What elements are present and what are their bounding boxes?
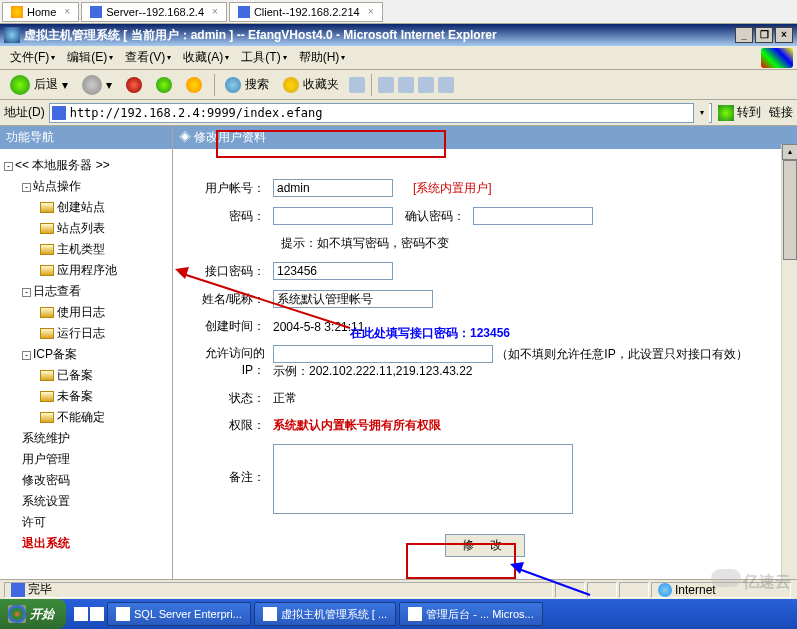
dropdown-icon[interactable]: ▾: [693, 103, 709, 123]
tree-item[interactable]: 系统维护: [22, 428, 168, 449]
tree-item[interactable]: 不能确定: [40, 407, 168, 428]
perm-label: 权限：: [183, 417, 273, 434]
page-icon: [11, 583, 25, 597]
links-button[interactable]: 链接: [769, 104, 793, 121]
discuss-icon[interactable]: [438, 77, 454, 93]
mail-icon[interactable]: [378, 77, 394, 93]
url-input[interactable]: [70, 106, 693, 120]
close-icon[interactable]: ×: [368, 6, 374, 17]
tree-item[interactable]: 主机类型: [40, 239, 168, 260]
tree-item[interactable]: 修改密码: [22, 470, 168, 491]
username-input[interactable]: [273, 179, 393, 197]
folder-icon: [40, 391, 54, 402]
favorites-button[interactable]: 收藏夹: [277, 74, 345, 95]
menu-file[interactable]: 文件(F)▾: [4, 47, 61, 68]
tab-label: Server--192.168.2.4: [106, 6, 204, 18]
back-button[interactable]: 后退 ▾: [4, 73, 74, 97]
folder-icon: [40, 244, 54, 255]
close-icon[interactable]: ×: [212, 6, 218, 17]
folder-icon: [40, 202, 54, 213]
tree-icp[interactable]: -ICP备案: [22, 344, 168, 365]
nav-tree: -<< 本地服务器 >> -站点操作 创建站点 站点列表 主机类型 应用程序池 …: [0, 149, 172, 560]
menu-fav[interactable]: 收藏(A)▾: [177, 47, 235, 68]
tree-item[interactable]: 系统设置: [22, 491, 168, 512]
taskbar-item[interactable]: SQL Server Enterpri...: [107, 602, 251, 626]
collapse-icon[interactable]: -: [4, 162, 13, 171]
tree-root[interactable]: -<< 本地服务器 >>: [4, 155, 168, 176]
menu-view[interactable]: 查看(V)▾: [119, 47, 177, 68]
api-pwd-input[interactable]: [273, 262, 393, 280]
start-button[interactable]: 开始: [0, 599, 66, 629]
app-icon: [116, 607, 130, 621]
allow-ip-label: 允许访问的IP：: [183, 345, 273, 379]
history-icon[interactable]: [349, 77, 365, 93]
confirm-pwd-label: 确认密码：: [393, 208, 473, 225]
remark-textarea[interactable]: [273, 444, 573, 514]
menu-tools[interactable]: 工具(T)▾: [235, 47, 292, 68]
menu-edit[interactable]: 编辑(E)▾: [61, 47, 119, 68]
tab-client[interactable]: Client--192.168.2.214 ×: [229, 2, 383, 22]
status-seg: [555, 582, 585, 598]
sidebar: 功能导航 -<< 本地服务器 >> -站点操作 创建站点 站点列表 主机类型 应…: [0, 126, 173, 604]
nickname-input[interactable]: [273, 290, 433, 308]
address-field[interactable]: ▾: [49, 103, 712, 123]
restore-button[interactable]: ❐: [755, 27, 773, 43]
allow-ip-input[interactable]: [273, 345, 493, 363]
username-label: 用户帐号：: [183, 180, 273, 197]
menu-bar: 文件(F)▾ 编辑(E)▾ 查看(V)▾ 收藏(A)▾ 工具(T)▾ 帮助(H)…: [0, 46, 797, 70]
taskbar-item[interactable]: 管理后台 - ... Micros...: [399, 602, 543, 626]
folder-icon: [40, 265, 54, 276]
password-input[interactable]: [273, 207, 393, 225]
go-button[interactable]: 转到: [718, 104, 761, 121]
stop-button[interactable]: [120, 75, 148, 95]
tree-item[interactable]: 未备案: [40, 386, 168, 407]
star-icon: [283, 77, 299, 93]
menu-help[interactable]: 帮助(H)▾: [293, 47, 352, 68]
scroll-thumb[interactable]: [783, 160, 797, 260]
quick-launch-icon[interactable]: [74, 607, 88, 621]
folder-icon: [40, 412, 54, 423]
tree-item[interactable]: 运行日志: [40, 323, 168, 344]
tab-label: Client--192.168.2.214: [254, 6, 360, 18]
app-icon: [263, 607, 277, 621]
tree-exit[interactable]: 退出系统: [22, 533, 168, 554]
collapse-icon[interactable]: -: [22, 351, 31, 360]
edit-icon[interactable]: [418, 77, 434, 93]
annotation-box: [216, 130, 446, 158]
page-icon: [238, 6, 250, 18]
collapse-icon[interactable]: -: [22, 183, 31, 192]
scroll-up-icon[interactable]: ▴: [782, 144, 797, 160]
tree-item[interactable]: 站点列表: [40, 218, 168, 239]
content-area: 功能导航 -<< 本地服务器 >> -站点操作 创建站点 站点列表 主机类型 应…: [0, 126, 797, 604]
tree-item[interactable]: 使用日志: [40, 302, 168, 323]
api-pwd-label: 接口密码：: [183, 263, 273, 280]
print-icon[interactable]: [398, 77, 414, 93]
page-icon: [52, 106, 66, 120]
internet-icon: [658, 583, 672, 597]
tree-site-ops[interactable]: -站点操作: [22, 176, 168, 197]
confirm-pwd-input[interactable]: [473, 207, 593, 225]
tree-item[interactable]: 已备案: [40, 365, 168, 386]
close-icon[interactable]: ×: [64, 6, 70, 17]
tree-item[interactable]: 应用程序池: [40, 260, 168, 281]
quick-launch-icon[interactable]: [90, 607, 104, 621]
search-button[interactable]: 搜索: [219, 74, 275, 95]
tab-home[interactable]: Home ×: [2, 2, 79, 22]
tree-item[interactable]: 用户管理: [22, 449, 168, 470]
home-button[interactable]: [180, 75, 208, 95]
taskbar: 开始 SQL Server Enterpri... 虚拟主机管理系统 [ ...…: [0, 599, 797, 629]
minimize-button[interactable]: _: [735, 27, 753, 43]
tree-logs[interactable]: -日志查看: [22, 281, 168, 302]
annotation-box: [406, 543, 516, 579]
watermark: 亿速云: [711, 569, 791, 593]
tree-item[interactable]: 许可: [22, 512, 168, 533]
refresh-button[interactable]: [150, 75, 178, 95]
collapse-icon[interactable]: -: [22, 288, 31, 297]
status-seg: [619, 582, 649, 598]
taskbar-item[interactable]: 虚拟主机管理系统 [ ...: [254, 602, 396, 626]
close-button[interactable]: ×: [775, 27, 793, 43]
tree-item[interactable]: 创建站点: [40, 197, 168, 218]
tab-server[interactable]: Server--192.168.2.4 ×: [81, 2, 227, 22]
forward-button[interactable]: ▾: [76, 73, 118, 97]
vertical-scrollbar[interactable]: ▴ ▾: [781, 144, 797, 604]
